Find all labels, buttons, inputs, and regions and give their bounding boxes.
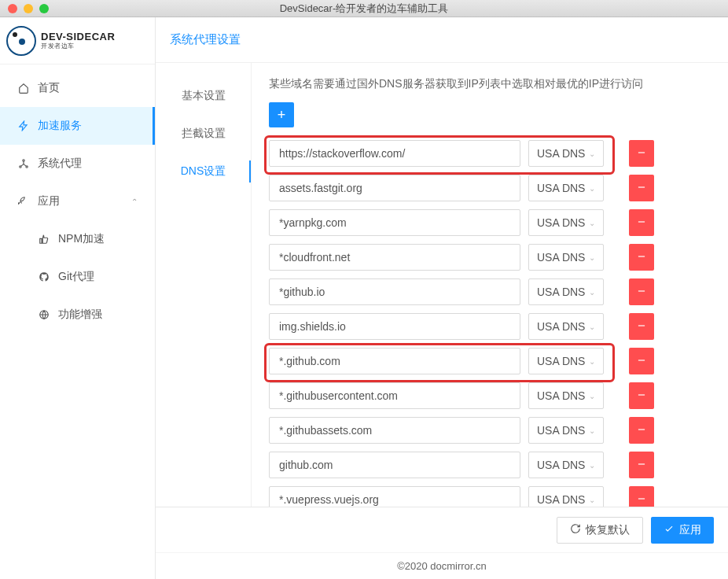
delete-button[interactable] (629, 209, 654, 236)
nav-home[interactable]: 首页 (0, 69, 155, 107)
dns-select[interactable]: USA DNS⌄ (528, 486, 604, 507)
domain-input[interactable] (269, 313, 520, 340)
tab-basic[interactable]: 基本设置 (156, 77, 251, 115)
chevron-down-icon: ⌄ (589, 323, 595, 331)
maximize-icon[interactable] (39, 4, 49, 13)
logo-icon (6, 26, 36, 56)
tab-intercept[interactable]: 拦截设置 (156, 115, 251, 153)
nav-label: 应用 (38, 194, 60, 208)
minus-icon (636, 216, 647, 230)
apply-button[interactable]: 应用 (651, 517, 714, 544)
chevron-down-icon: ⌄ (589, 392, 595, 400)
chevron-up-icon: ⌃ (131, 197, 138, 206)
domain-input[interactable] (269, 452, 520, 478)
main: 系统代理设置 基本设置 拦截设置 DNS设置 某些域名需要通过国外DNS服务器获… (156, 17, 728, 579)
content: 某些域名需要通过国外DNS服务器获取到IP列表中选取相对最优的IP进行访问 + … (252, 63, 728, 507)
page-title: 系统代理设置 (156, 17, 728, 63)
delete-button[interactable] (629, 244, 654, 271)
thumbs-up-icon (38, 234, 50, 245)
dns-select-label: USA DNS (537, 251, 585, 264)
domain-input[interactable] (269, 244, 520, 271)
tabs: 基本设置 拦截设置 DNS设置 (156, 63, 252, 507)
minus-icon (636, 182, 647, 195)
nav: 首页 加速服务 系统代理 应用 ⌃ NPM加速 Git代理 (0, 65, 155, 334)
delete-button[interactable] (629, 417, 654, 444)
dns-select[interactable]: USA DNS⌄ (528, 175, 604, 201)
dns-select[interactable]: USA DNS⌄ (528, 452, 604, 478)
delete-button[interactable] (629, 313, 654, 340)
dns-select[interactable]: USA DNS⌄ (528, 244, 604, 271)
chevron-down-icon: ⌄ (589, 426, 595, 435)
dns-select[interactable]: USA DNS⌄ (528, 348, 604, 374)
chevron-down-icon: ⌄ (589, 357, 595, 366)
dns-select-label: USA DNS (537, 147, 585, 160)
reload-icon (570, 523, 581, 537)
domain-input[interactable] (269, 140, 520, 167)
dns-select[interactable]: USA DNS⌄ (528, 382, 604, 409)
delete-button[interactable] (629, 140, 654, 167)
delete-button[interactable] (629, 382, 654, 409)
domain-input[interactable] (269, 209, 520, 236)
delete-button[interactable] (629, 348, 654, 374)
domain-input[interactable] (269, 486, 520, 507)
chevron-down-icon: ⌄ (589, 184, 595, 193)
logo: DEV-SIDECAR 开发者边车 (0, 17, 155, 65)
dns-select-label: USA DNS (537, 459, 585, 471)
reset-button[interactable]: 恢复默认 (557, 517, 643, 544)
svg-point-2 (26, 166, 28, 168)
domain-input[interactable] (269, 175, 520, 201)
tab-dns[interactable]: DNS设置 (156, 153, 251, 190)
close-icon[interactable] (8, 4, 17, 13)
delete-button[interactable] (629, 175, 654, 201)
bolt-icon (17, 120, 30, 131)
nav-label: 系统代理 (38, 157, 82, 171)
nav-label: 功能增强 (58, 308, 102, 322)
nav-git[interactable]: Git代理 (0, 258, 155, 296)
dns-row: USA DNS⌄ (269, 278, 711, 305)
delete-button[interactable] (629, 452, 654, 478)
chevron-down-icon: ⌄ (589, 496, 595, 504)
dns-row: USA DNS⌄ (269, 209, 711, 236)
dns-select-label: USA DNS (537, 389, 585, 402)
nav-label: NPM加速 (58, 232, 105, 246)
minus-icon (636, 493, 647, 507)
chevron-down-icon: ⌄ (589, 253, 595, 262)
globe-icon (38, 309, 50, 320)
delete-button[interactable] (629, 278, 654, 305)
nav-enhance[interactable]: 功能增强 (0, 296, 155, 334)
home-icon (17, 83, 30, 94)
network-icon (17, 158, 30, 169)
domain-input[interactable] (269, 417, 520, 444)
dns-select[interactable]: USA DNS⌄ (528, 140, 604, 167)
dns-select[interactable]: USA DNS⌄ (528, 313, 604, 340)
nav-proxy[interactable]: 系统代理 (0, 145, 155, 183)
domain-input[interactable] (269, 278, 520, 305)
dns-select-label: USA DNS (537, 424, 585, 437)
nav-accel[interactable]: 加速服务 (0, 107, 155, 145)
dns-select[interactable]: USA DNS⌄ (528, 278, 604, 305)
dns-row: USA DNS⌄ (269, 348, 711, 374)
traffic-lights (0, 4, 49, 13)
dns-select-label: USA DNS (537, 182, 585, 194)
minimize-icon[interactable] (24, 4, 33, 13)
dns-select-label: USA DNS (537, 286, 585, 298)
plus-icon: + (278, 107, 286, 124)
dns-select[interactable]: USA DNS⌄ (528, 417, 604, 444)
dns-row: USA DNS⌄ (269, 417, 711, 444)
svg-point-1 (20, 166, 21, 168)
domain-input[interactable] (269, 382, 520, 409)
dns-row: USA DNS⌄ (269, 452, 711, 478)
chevron-down-icon: ⌄ (589, 288, 595, 297)
add-button[interactable]: + (269, 102, 294, 127)
logo-subtext: 开发者边车 (41, 42, 115, 50)
minus-icon (636, 459, 647, 472)
minus-icon (636, 251, 647, 264)
domain-input[interactable] (269, 348, 520, 374)
reset-label: 恢复默认 (586, 523, 630, 537)
nav-npm[interactable]: NPM加速 (0, 220, 155, 258)
dns-select-label: USA DNS (537, 355, 585, 367)
dns-select[interactable]: USA DNS⌄ (528, 209, 604, 236)
nav-apps[interactable]: 应用 ⌃ (0, 183, 155, 220)
rocket-icon (17, 196, 30, 207)
delete-button[interactable] (629, 486, 654, 507)
